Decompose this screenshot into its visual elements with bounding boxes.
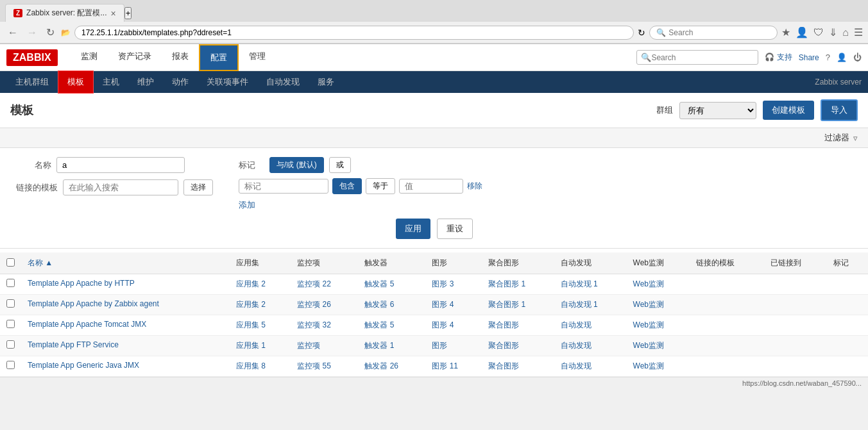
apply-button[interactable]: 应用 (396, 219, 430, 239)
row-4-monitor-link[interactable]: 监控项 (297, 341, 320, 350)
row-5-webmonitor-link[interactable]: Web监测 (633, 361, 664, 370)
menu-icon[interactable]: ☰ (854, 26, 863, 38)
row-1-monitor-link[interactable]: 监控项 22 (297, 279, 331, 288)
row-2-trigger-link[interactable]: 触发器 6 (364, 300, 394, 309)
row-2-monitor-link[interactable]: 监控项 26 (297, 300, 331, 309)
nav-config[interactable]: 配置 (199, 44, 239, 71)
row-3-checkbox[interactable] (6, 320, 15, 328)
row-4-graph-link[interactable]: 图形 (432, 341, 447, 350)
share-link[interactable]: Share (799, 53, 819, 62)
shield-icon[interactable]: 🛡 (813, 27, 824, 38)
row-2-graph-link[interactable]: 图形 4 (432, 300, 454, 309)
subnav-events[interactable]: 关联项事件 (198, 71, 257, 93)
home-nav-icon[interactable]: ⌂ (842, 27, 849, 38)
tag-contains-button[interactable]: 包含 (332, 178, 362, 194)
filter-linked-select-button[interactable]: 选择 (183, 179, 213, 195)
subnav-hostgroups[interactable]: 主机群组 (6, 71, 58, 93)
row-3-name-link[interactable]: Template App Apache Tomcat JMX (28, 320, 146, 329)
subnav-hosts[interactable]: 主机 (94, 71, 128, 93)
row-5-aggregate-link[interactable]: 聚合图形 (488, 361, 519, 370)
nav-reports[interactable]: 报表 (162, 44, 199, 71)
row-4-trigger-link[interactable]: 触发器 1 (364, 341, 394, 350)
filter-linked-input[interactable] (63, 179, 178, 195)
row-2-discover-link[interactable]: 自动发现 1 (561, 300, 598, 309)
row-3-monitor-link[interactable]: 监控项 32 (297, 320, 331, 329)
subnav-services[interactable]: 服务 (309, 71, 343, 93)
subnav-discovery[interactable]: 自动发现 (257, 71, 309, 93)
forward-button[interactable]: → (24, 26, 40, 40)
row-3-trigger-link[interactable]: 触发器 5 (364, 320, 394, 329)
tag-or-button[interactable]: 或 (329, 157, 351, 173)
user-icon[interactable]: 👤 (837, 53, 847, 62)
browser-search-input[interactable] (668, 28, 765, 37)
th-name[interactable]: 名称 ▲ (21, 252, 230, 274)
row-4-discover-link[interactable]: 自动发现 (561, 341, 591, 350)
power-icon[interactable]: ⏻ (853, 53, 862, 62)
subnav-actions[interactable]: 动作 (163, 71, 198, 93)
url-input[interactable] (74, 26, 634, 40)
help-icon[interactable]: ? (826, 53, 830, 62)
row-2-aggregate-link[interactable]: 聚合图形 1 (488, 300, 525, 309)
row-3-aggregate-link[interactable]: 聚合图形 (488, 320, 519, 329)
refresh-icon[interactable]: ↻ (638, 28, 645, 38)
tag-remove-link[interactable]: 移除 (467, 181, 482, 192)
row-1-aggregate-link[interactable]: 聚合图形 1 (488, 279, 525, 288)
row-1-appset-link[interactable]: 应用集 2 (236, 279, 266, 288)
download-icon[interactable]: ⇓ (829, 26, 837, 38)
row-3-graph-link[interactable]: 图形 4 (432, 320, 454, 329)
support-link[interactable]: 🎧 支持 (765, 52, 792, 63)
nav-monitor[interactable]: 监测 (71, 44, 108, 71)
new-tab-button[interactable]: + (124, 7, 132, 19)
row-4-name-link[interactable]: Template App FTP Service (28, 340, 119, 349)
row-1-discover-link[interactable]: 自动发现 1 (561, 279, 598, 288)
select-all-checkbox[interactable] (6, 258, 15, 267)
row-5-name-link[interactable]: Template App Generic Java JMX (28, 361, 139, 370)
subnav-templates[interactable]: 模板 (58, 70, 94, 94)
nav-admin[interactable]: 管理 (239, 44, 276, 71)
filter-tag-input[interactable] (239, 179, 328, 194)
row-1-checkbox[interactable] (6, 279, 15, 287)
row-1-trigger-link[interactable]: 触发器 5 (364, 279, 394, 288)
nav-assets[interactable]: 资产记录 (108, 44, 162, 71)
create-template-button[interactable]: 创建模板 (763, 101, 814, 120)
row-2-checkbox[interactable] (6, 299, 15, 308)
reset-button[interactable]: 重设 (437, 219, 473, 239)
row-5-discover-link[interactable]: 自动发现 (561, 361, 591, 370)
row-5-checkbox[interactable] (6, 361, 15, 369)
zabbix-logo[interactable]: ZABBIX (6, 49, 58, 66)
row-5-monitor-link[interactable]: 监控项 55 (297, 361, 331, 370)
th-linked-to: 已链接到 (764, 252, 827, 274)
filter-icon[interactable]: ▿ (853, 133, 858, 143)
subnav-maintenance[interactable]: 维护 (128, 71, 163, 93)
tag-add-link[interactable]: 添加 (239, 200, 255, 210)
bookmark-icon[interactable]: ★ (781, 26, 790, 38)
row-5-trigger-link[interactable]: 触发器 26 (364, 361, 398, 370)
row-5-appset-link[interactable]: 应用集 8 (236, 361, 266, 370)
tag-equals-button[interactable]: 等于 (366, 178, 395, 194)
row-4-aggregate-link[interactable]: 聚合图形 (488, 341, 519, 350)
filter-tag-value-input[interactable] (399, 179, 463, 194)
row-4-appset-link[interactable]: 应用集 1 (236, 341, 266, 350)
row-1-discover: 自动发现 1 (554, 274, 627, 295)
row-1-name-link[interactable]: Template App Apache by HTTP (28, 279, 135, 288)
row-1-graph-link[interactable]: 图形 3 (432, 279, 454, 288)
tag-and-button[interactable]: 与/或 (默认) (269, 157, 324, 173)
group-select[interactable]: 所有 (679, 102, 756, 119)
row-2-appset-link[interactable]: 应用集 2 (236, 300, 266, 309)
row-5-graph-link[interactable]: 图形 11 (432, 361, 458, 370)
app-search-input[interactable] (651, 53, 754, 62)
import-button[interactable]: 导入 (821, 99, 858, 121)
row-4-checkbox[interactable] (6, 340, 15, 349)
row-3-discover-link[interactable]: 自动发现 (561, 320, 591, 329)
row-3-webmonitor-link[interactable]: Web监测 (633, 320, 664, 329)
row-2-webmonitor-link[interactable]: Web监测 (633, 300, 664, 309)
row-3-appset-link[interactable]: 应用集 5 (236, 320, 266, 329)
back-button[interactable]: ← (5, 26, 21, 40)
row-4-webmonitor-link[interactable]: Web监测 (633, 341, 664, 350)
row-1-webmonitor-link[interactable]: Web监测 (633, 279, 664, 288)
tab-close-button[interactable]: × (110, 8, 115, 19)
profile-icon[interactable]: 👤 (796, 26, 808, 38)
reload-button[interactable]: ↻ (44, 25, 57, 40)
row-2-name-link[interactable]: Template App Apache by Zabbix agent (28, 299, 159, 308)
filter-name-input[interactable] (56, 157, 185, 173)
